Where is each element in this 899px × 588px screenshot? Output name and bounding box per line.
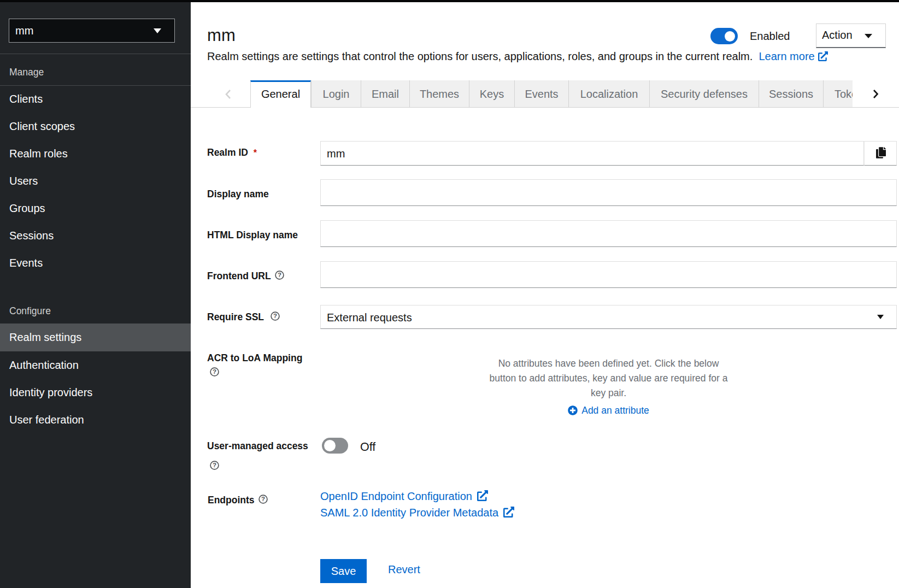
svg-text:?: ?	[273, 313, 277, 319]
svg-text:?: ?	[278, 272, 281, 278]
svg-text:?: ?	[261, 496, 265, 502]
svg-text:?: ?	[213, 368, 216, 375]
svg-text:?: ?	[213, 462, 216, 468]
